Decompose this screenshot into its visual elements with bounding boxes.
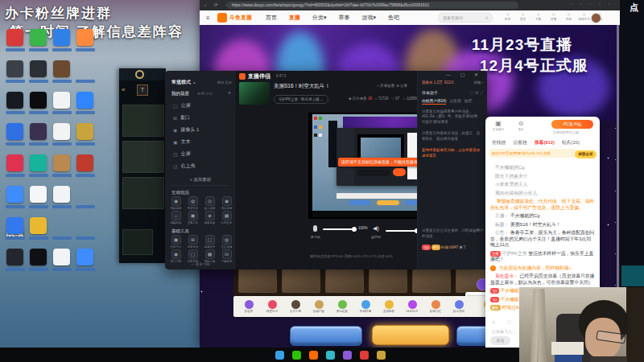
desktop-icon[interactable] (27, 249, 50, 280)
tool-feature[interactable]: ▢ 监播助手 (201, 235, 218, 249)
scene-item[interactable]: ▣ 文本 (165, 136, 236, 148)
tab-visitors[interactable]: 访客榜 (449, 99, 460, 103)
game-feature-button[interactable]: 圣诞预售 (380, 300, 398, 313)
user-action[interactable]: ○ 关注 (517, 12, 529, 21)
app-icon[interactable] (6, 217, 23, 234)
app-icon[interactable] (6, 60, 23, 77)
scene-item[interactable]: ⊞ 窗口 (165, 112, 236, 124)
app-icon[interactable] (6, 186, 23, 203)
play-feature[interactable]: ◍ 常驻玩法 (184, 196, 201, 211)
desktop-icon[interactable] (27, 123, 50, 154)
desktop-icon[interactable] (50, 123, 73, 154)
mic-slider[interactable] (323, 228, 355, 230)
send-button[interactable]: 发送 (490, 336, 510, 345)
site-menu-item[interactable]: 直播 (289, 10, 300, 25)
scene-item[interactable]: ◉ 摄像头 1 (165, 124, 236, 136)
app-icon[interactable] (53, 123, 70, 140)
chat-action-button[interactable]: ▣ 互动展示 (490, 120, 506, 131)
game-feature-button[interactable]: 福星玩法 (263, 300, 281, 313)
game-card[interactable] (325, 269, 364, 293)
app-icon[interactable] (30, 29, 47, 46)
play-feature[interactable]: ◈ 弹幕抽奖 (201, 211, 218, 225)
orientation-toggle[interactable]: 横屏 竖屏 (217, 80, 232, 84)
desktop-icon[interactable] (73, 249, 97, 280)
search-input[interactable]: 搜索直播间 (438, 13, 493, 23)
taskbar-icon[interactable] (309, 351, 318, 360)
game-feature-button[interactable]: 异世界 (240, 300, 258, 313)
scene-item[interactable]: ▢ 公屏 (165, 100, 236, 112)
douyu-logo-icon[interactable] (217, 13, 227, 23)
game-card[interactable] (282, 269, 320, 293)
tool-feature[interactable]: ⊞ 定制玩法 (184, 235, 201, 249)
chat-tab[interactable]: 弹幕(912) (535, 139, 555, 146)
chat-username[interactable]: 标题： (495, 222, 509, 227)
desktop-icon[interactable] (73, 154, 97, 186)
user-action[interactable]: ○ 下载 (532, 12, 544, 21)
tft-icon[interactable]: T (137, 84, 148, 96)
game-card[interactable] (412, 269, 451, 293)
desktop-icon[interactable] (73, 123, 97, 154)
taskbar-icon[interactable] (326, 351, 335, 360)
app-icon[interactable] (30, 123, 47, 140)
taskbar-icon[interactable] (343, 351, 352, 360)
app-icon[interactable] (6, 92, 23, 109)
chat-username[interactable]: 主播： (495, 213, 509, 218)
user-action[interactable]: ○ 开播 (547, 12, 559, 21)
app-icon[interactable] (53, 249, 70, 265)
game-feature-button[interactable]: 置城环境 (357, 300, 374, 313)
app-icon[interactable] (6, 249, 23, 265)
app-icon[interactable] (53, 154, 70, 171)
play-feature[interactable]: ◇ 弹幕贴纸 (167, 211, 184, 225)
desktop-icon[interactable] (50, 154, 73, 186)
desktop-icon[interactable] (3, 217, 27, 249)
chat-username[interactable]: 周杰伦最萌的小侄儿 (495, 191, 537, 195)
play-feature[interactable]: ◉ 视频连麦 (167, 196, 184, 211)
app-icon[interactable] (30, 186, 47, 203)
play-feature[interactable]: ▦ 礼物任务 (218, 211, 235, 225)
game-action-button-2[interactable] (372, 325, 449, 345)
desktop-icon[interactable] (27, 92, 50, 123)
add-scene-button[interactable]: + (228, 90, 231, 96)
desktop-icon[interactable] (73, 92, 97, 123)
app-icon[interactable] (6, 123, 23, 140)
site-menu-item[interactable]: 鱼吧 (388, 10, 399, 25)
desktop-icon[interactable] (27, 154, 50, 186)
collapse-icon[interactable]: « (122, 86, 125, 93)
desktop-icon[interactable] (27, 217, 50, 249)
speaker-icon[interactable]: ◀) (373, 225, 379, 232)
revenue-row[interactable]: 营收值 1.2万 612元 详情 › (422, 80, 483, 86)
taskbar-icon[interactable] (360, 351, 369, 360)
browser-extension-icons[interactable]: ◦ ◦ ◦ ◦ ◦ (571, 2, 613, 6)
chat-tab[interactable]: 钻石(20) (562, 139, 580, 146)
stream-category-pill[interactable]: 守护PK之类 · 防沉迷上报 ⌄ (274, 95, 328, 104)
game-feature-button[interactable]: 大恶工厦 (287, 300, 304, 313)
chat-tab[interactable]: 访客榜 (513, 139, 526, 146)
desktop-icon[interactable] (3, 92, 27, 123)
chat-action-button[interactable]: ⊖ 更多 (513, 120, 529, 131)
desktop-icon[interactable] (50, 92, 73, 123)
scene-item[interactable]: ◳ 全屏 (165, 148, 236, 160)
chat-tab[interactable]: 在线榜 (492, 139, 506, 146)
app-icon[interactable] (30, 154, 47, 171)
chat-input[interactable]: 让弹幕飞入... (492, 329, 515, 334)
tool-feature[interactable]: ◍ 正在热播 (218, 235, 235, 249)
site-menu-item[interactable]: 分类▾ (312, 10, 327, 25)
desktop-icon[interactable] (50, 60, 73, 92)
user-action[interactable]: ○ 历史 (502, 12, 514, 21)
app-icon[interactable] (30, 217, 47, 234)
site-menu-item[interactable]: 游戏▾ (362, 10, 377, 25)
app-icon[interactable] (30, 60, 47, 77)
desktop-icon[interactable] (27, 29, 50, 60)
game-feature-button[interactable]: 刻出资料 (450, 300, 468, 313)
chat-username[interactable]: 阳光下的春天!!! (495, 174, 527, 179)
chat-username[interactable]: 系统提示： (495, 274, 518, 278)
game-feature-button[interactable]: 刻饰专栏 (427, 300, 444, 313)
mic-icon[interactable] (313, 225, 317, 232)
add-material-button[interactable]: + 添加素材 (165, 177, 236, 183)
app-icon[interactable] (76, 249, 93, 265)
taskbar-icon[interactable] (275, 351, 284, 360)
desktop-icon[interactable] (27, 60, 50, 92)
play-feature[interactable]: ◉ 观众连麦 (218, 196, 235, 211)
game-feature-button[interactable]: 桑特检查 (333, 300, 351, 313)
scene-item[interactable]: ◲ 右上角 (165, 160, 236, 172)
